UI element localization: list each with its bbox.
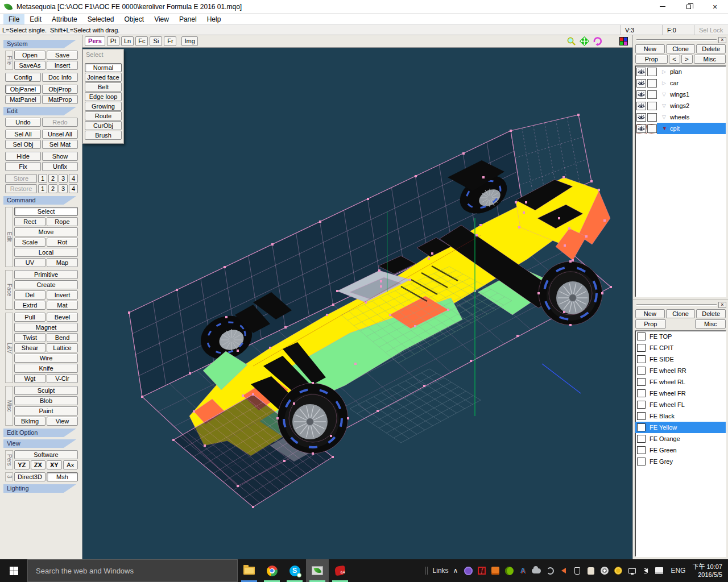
file-explorer-task-icon[interactable] — [238, 559, 260, 582]
material-delete-button[interactable]: Delete — [696, 309, 726, 318]
vclr-button[interactable]: V-Clr — [47, 374, 78, 383]
view-mode-img[interactable]: Img — [181, 36, 197, 46]
store-slot-3[interactable]: 3 — [59, 174, 68, 183]
unfix-button[interactable]: Unfix — [42, 162, 78, 171]
gom-player-task-icon[interactable]: 64 — [329, 559, 351, 582]
menu-help[interactable]: Help — [202, 14, 226, 24]
object-delete-button[interactable]: Delete — [696, 44, 726, 53]
sel-mat-button[interactable]: Sel Mat — [42, 140, 78, 149]
view-mode-fr[interactable]: Fr — [164, 36, 176, 46]
saveas-button[interactable]: SaveAs — [14, 61, 46, 70]
material-list[interactable]: FE TOP FE CPIT FE SIDE FE wheel RR FE wh… — [635, 330, 726, 557]
expander-triangle-icon[interactable]: ▽ — [662, 103, 670, 109]
visibility-eye-icon[interactable] — [636, 102, 646, 110]
disc-tray-icon[interactable] — [600, 566, 609, 575]
material-list-row[interactable]: FE CPIT — [635, 342, 726, 354]
view-mode-pers[interactable]: Pers — [85, 36, 105, 46]
fix-button[interactable]: Fix — [5, 162, 41, 171]
lattice-button[interactable]: Lattice — [47, 343, 78, 352]
material-list-row[interactable]: FE Grey — [635, 456, 726, 467]
restore-button[interactable] — [676, 0, 702, 13]
material-list-row[interactable]: FE wheel RL — [635, 376, 726, 388]
material-list-row[interactable]: FE TOP — [635, 331, 726, 342]
material-list-row[interactable]: FE wheel FL — [635, 399, 726, 410]
sel-lock-indicator[interactable]: Sel Lock — [694, 25, 728, 35]
coin-app-tray-icon[interactable] — [614, 566, 623, 575]
msh-button[interactable]: Msh — [47, 472, 78, 481]
pull-button[interactable]: Pull — [14, 313, 46, 322]
menu-file[interactable]: File — [3, 14, 24, 24]
sel-all-button[interactable]: Sel All — [5, 130, 41, 139]
cloud-tray-icon[interactable] — [532, 566, 541, 575]
material-checkbox[interactable] — [637, 435, 646, 443]
select-mode-belt[interactable]: Belt — [85, 82, 122, 92]
restore-slot-4[interactable]: 4 — [69, 184, 78, 193]
lock-checkbox[interactable] — [647, 90, 657, 99]
view-mode-si[interactable]: Si — [150, 36, 162, 46]
links-label[interactable]: Links — [433, 567, 449, 575]
network-tray-icon[interactable] — [627, 566, 636, 575]
expander-triangle-icon[interactable]: ▽ — [662, 92, 670, 97]
autodesk-tray-icon[interactable]: A — [518, 566, 527, 575]
zoom-tool-icon[interactable] — [566, 36, 576, 46]
save-button[interactable]: Save — [47, 51, 78, 60]
java-tray-icon[interactable] — [491, 566, 500, 575]
object-prev-button[interactable]: < — [669, 55, 680, 64]
links-toolbar[interactable]: Links ∧ — [429, 559, 462, 582]
extrd-button[interactable]: Extrd — [14, 301, 46, 310]
bend-button[interactable]: Bend — [47, 333, 78, 342]
lock-checkbox[interactable] — [647, 124, 657, 133]
close-button[interactable]: × — [702, 0, 728, 13]
material-list-row[interactable]: FE Black — [635, 410, 726, 422]
visibility-eye-icon[interactable] — [636, 90, 646, 99]
store-slot-4[interactable]: 4 — [69, 174, 78, 183]
material-list-row[interactable]: FE Orange — [635, 433, 726, 444]
select-mode-joined-face[interactable]: Joined face — [85, 73, 122, 82]
material-clone-button[interactable]: Clone — [666, 309, 696, 318]
scale-button[interactable]: Scale — [14, 238, 46, 247]
material-list-row[interactable]: FE Green — [635, 444, 726, 456]
expander-triangle-icon[interactable]: ▷ — [662, 80, 670, 86]
material-checkbox[interactable] — [637, 401, 646, 409]
matpanel-button[interactable]: MatPanel — [5, 95, 41, 104]
shear-button[interactable]: Shear — [14, 343, 46, 352]
material-checkbox[interactable] — [637, 378, 646, 386]
select-mode-curobj[interactable]: CurObj — [85, 121, 122, 130]
view-panel-header[interactable]: View — [3, 439, 76, 448]
mat-button[interactable]: Mat — [47, 301, 78, 310]
material-checkbox[interactable] — [637, 367, 646, 375]
blob-button[interactable]: Blob — [14, 396, 78, 405]
material-new-button[interactable]: New — [635, 309, 665, 318]
system-panel-header[interactable]: System — [3, 40, 76, 48]
uv-button[interactable]: UV — [14, 258, 46, 267]
flash-tray-icon[interactable]: ƒ — [477, 566, 486, 575]
view-zx-button[interactable]: ZX — [31, 460, 46, 469]
view-button[interactable]: View — [47, 417, 78, 426]
object-next-button[interactable]: > — [681, 55, 693, 64]
object-prop-button[interactable]: Prop — [635, 55, 668, 64]
store-slot-1[interactable]: 1 — [38, 174, 47, 183]
show-button[interactable]: Show — [42, 152, 78, 161]
view-mode-fc[interactable]: Fc — [135, 36, 148, 46]
metasequoia-task-icon[interactable] — [306, 559, 329, 582]
select-mode-growing[interactable]: Growing — [85, 102, 122, 111]
usb-tray-icon[interactable] — [573, 566, 582, 575]
knife-button[interactable]: Knife — [14, 364, 78, 373]
menu-view[interactable]: View — [149, 14, 174, 24]
create-button[interactable]: Create — [14, 280, 78, 289]
lock-checkbox[interactable] — [647, 102, 657, 110]
object-list-row[interactable]: ▷ plan — [635, 66, 726, 77]
material-panel-grip[interactable] — [636, 304, 717, 306]
show-hidden-icons-chevron[interactable]: ∧ — [453, 567, 458, 575]
select-mode-edge-loop[interactable]: Edge loop — [85, 92, 122, 101]
material-list-row[interactable]: FE wheel RR — [635, 365, 726, 376]
open-button[interactable]: Open — [14, 51, 46, 60]
objpanel-button[interactable]: ObjPanel — [5, 85, 41, 94]
taskbar-clock[interactable]: 下午 10:07 2016/5/5 — [690, 559, 728, 582]
bkimg-button[interactable]: BkImg — [14, 417, 46, 426]
object-misc-button[interactable]: Misc — [694, 55, 726, 64]
visibility-eye-icon[interactable] — [636, 79, 646, 88]
object-list-row[interactable]: ▷ car — [635, 77, 726, 89]
object-panel-close-icon[interactable]: × — [718, 37, 726, 43]
rect-button[interactable]: Rect — [14, 217, 46, 226]
